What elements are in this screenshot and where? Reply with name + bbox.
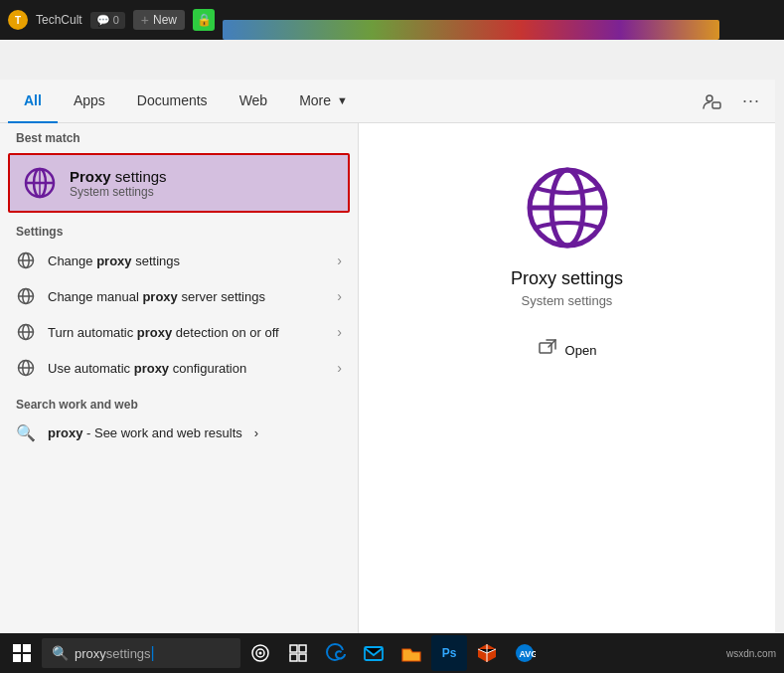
right-panel-title: Proxy settings: [511, 268, 623, 289]
svg-rect-24: [13, 654, 21, 662]
settings-item-1[interactable]: Change manual proxy server settings ›: [0, 278, 358, 314]
tab-more[interactable]: More ▼: [283, 80, 364, 123]
tab-icon-area: ···: [696, 85, 767, 117]
taskbar-search-icon: 🔍: [52, 645, 69, 661]
new-label: New: [153, 13, 177, 27]
proxy-icon-small: [22, 165, 58, 201]
chevron-icon-3: ›: [337, 360, 342, 376]
best-match-item[interactable]: Proxy settings System settings: [8, 153, 350, 213]
svg-rect-32: [299, 654, 306, 661]
more-options-icon[interactable]: ···: [735, 85, 767, 117]
search-work-icon: 🔍: [16, 423, 36, 442]
settings-item-0[interactable]: Change proxy settings ›: [0, 243, 358, 278]
tab-web[interactable]: Web: [224, 80, 284, 123]
open-icon: [538, 338, 557, 363]
office-button[interactable]: [469, 635, 505, 671]
right-panel: Proxy settings System settings Open: [358, 123, 775, 633]
globe-icon-2: [16, 322, 36, 342]
plus-icon: +: [141, 12, 149, 28]
best-match-title: Proxy settings: [70, 168, 336, 185]
search-work-section: Search work and web 🔍 proxy - See work a…: [0, 390, 358, 450]
browser-bar: T TechCult 💬 0 + New 🔒: [0, 0, 784, 40]
settings-item-3[interactable]: Use automatic proxy configuration ›: [0, 350, 358, 386]
edge-browser-button[interactable]: [318, 635, 354, 671]
taskbar-search-text: proxysettings|: [75, 644, 155, 662]
feedback-icon[interactable]: [696, 85, 727, 117]
new-button[interactable]: + New: [133, 10, 185, 30]
search-results-area: Best match Proxy settings: [0, 123, 775, 633]
svg-rect-29: [290, 645, 297, 652]
open-button[interactable]: Open: [522, 332, 613, 369]
taskbar-search-bar[interactable]: 🔍 proxysettings|: [42, 638, 240, 668]
mail-button[interactable]: [356, 635, 392, 671]
site-name: TechCult: [36, 13, 82, 27]
svg-text:AVG: AVG: [520, 649, 537, 659]
settings-item-2[interactable]: Turn automatic proxy detection on or off…: [0, 314, 358, 350]
photoshop-button[interactable]: Ps: [431, 635, 467, 671]
more-chevron-icon: ▼: [337, 94, 348, 106]
left-panel: Best match Proxy settings: [0, 123, 358, 633]
best-match-text: Proxy settings System settings: [70, 168, 336, 199]
tab-apps[interactable]: Apps: [58, 80, 121, 123]
open-label: Open: [565, 343, 597, 358]
filter-tabs: All Apps Documents Web More ▼: [0, 80, 775, 123]
settings-item-text-1: Change manual proxy server settings: [48, 289, 325, 304]
settings-item-text-3: Use automatic proxy configuration: [48, 361, 325, 376]
taskbar: 🔍 proxysettings|: [0, 633, 784, 673]
svg-point-28: [259, 652, 262, 655]
proxy-icon-large: [523, 163, 612, 252]
chevron-icon-1: ›: [337, 288, 342, 304]
svg-point-0: [706, 95, 712, 101]
comment-icon: 💬: [96, 14, 110, 27]
right-panel-subtitle: System settings: [522, 293, 613, 308]
watermark: wsxdn.com: [726, 648, 780, 659]
content-wrapper: All Apps Documents Web More ▼: [0, 40, 784, 673]
globe-icon-3: [16, 358, 36, 378]
task-view-button[interactable]: [280, 635, 316, 671]
globe-icon-0: [16, 251, 36, 270]
globe-icon-1: [16, 286, 36, 306]
browser-tabs: [223, 0, 776, 40]
best-match-subtitle: System settings: [70, 185, 336, 199]
comment-button[interactable]: 💬 0: [90, 12, 125, 29]
search-panel: All Apps Documents Web More ▼: [0, 80, 775, 633]
svg-rect-1: [712, 102, 720, 108]
search-work-label: Search work and web: [0, 390, 358, 416]
windows-start-button[interactable]: [4, 635, 40, 671]
svg-rect-21: [540, 343, 551, 353]
settings-item-text-0: Change proxy settings: [48, 253, 325, 268]
best-match-label: Best match: [0, 123, 358, 149]
browser-logo: T: [8, 10, 28, 30]
settings-item-text-2: Turn automatic proxy detection on or off: [48, 325, 325, 340]
search-work-text: proxy - See work and web results: [48, 425, 242, 440]
svg-rect-25: [23, 654, 31, 662]
search-work-chevron: ›: [254, 425, 258, 440]
lock-button[interactable]: 🔒: [193, 9, 215, 31]
chevron-icon-0: ›: [337, 252, 342, 268]
comment-count: 0: [113, 14, 119, 26]
svg-rect-23: [23, 644, 31, 652]
svg-rect-31: [290, 654, 297, 661]
svg-rect-30: [299, 645, 306, 652]
search-work-item[interactable]: 🔍 proxy - See work and web results ›: [0, 416, 358, 450]
svg-rect-22: [13, 644, 21, 652]
tab-documents[interactable]: Documents: [121, 80, 224, 123]
cortana-button[interactable]: [242, 635, 278, 671]
tab-all[interactable]: All: [8, 80, 58, 123]
lock-icon: 🔒: [197, 13, 212, 27]
file-explorer-button[interactable]: [393, 635, 429, 671]
chevron-icon-2: ›: [337, 324, 342, 340]
settings-label: Settings: [0, 217, 358, 243]
antivirus-button[interactable]: AVG: [507, 635, 543, 671]
